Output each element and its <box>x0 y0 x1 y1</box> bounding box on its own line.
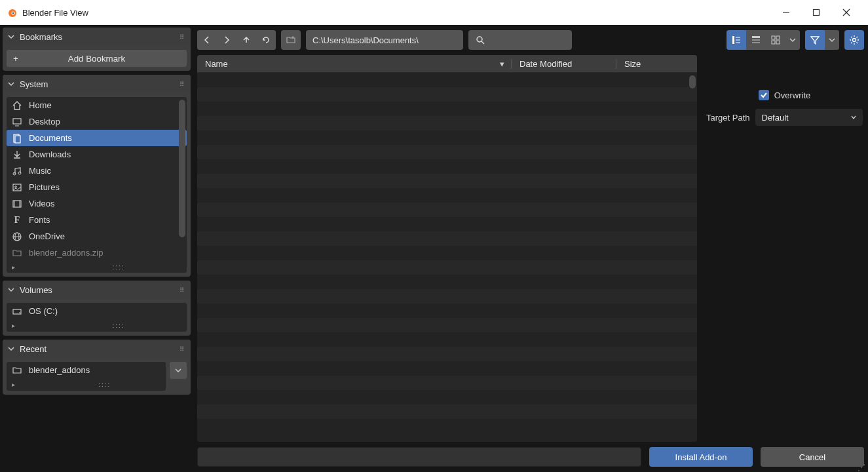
list-item-label: Documents <box>29 133 72 143</box>
file-list-header: Name ▾ Date Modified Size <box>197 55 697 73</box>
nav-up-button[interactable] <box>236 30 256 50</box>
sidebar-item-videos[interactable]: Videos <box>7 195 187 212</box>
new-folder-button[interactable] <box>281 30 301 50</box>
chevron-down-icon <box>8 81 14 87</box>
sidebar-item-music[interactable]: Music <box>7 163 187 179</box>
svg-point-22 <box>19 312 20 313</box>
expand-icon[interactable]: ▸ <box>12 264 15 271</box>
file-list-body[interactable] <box>197 73 697 442</box>
sidebar-item-documents[interactable]: Documents <box>7 130 187 146</box>
search-input[interactable] <box>468 30 572 50</box>
pictures-icon <box>12 182 22 193</box>
download-icon <box>12 149 22 160</box>
volumes-header[interactable]: Volumes ⠿ <box>3 281 191 299</box>
target-path-dropdown[interactable]: Default <box>755 109 863 126</box>
view-list-horizontal-button[interactable] <box>746 30 766 50</box>
file-list: Name ▾ Date Modified Size <box>197 55 697 442</box>
list-footer: ▸ :::: <box>7 261 187 273</box>
sidebar-item-desktop[interactable]: Desktop <box>7 113 187 130</box>
svg-line-26 <box>481 41 484 44</box>
nav-back-button[interactable] <box>197 30 217 50</box>
column-name-header[interactable]: Name ▾ <box>205 59 511 69</box>
cancel-button[interactable]: Cancel <box>761 447 864 467</box>
install-addon-button[interactable]: Install Add-on <box>649 447 753 467</box>
svg-rect-10 <box>15 136 20 143</box>
close-button[interactable] <box>831 0 861 25</box>
bookmarks-header[interactable]: Bookmarks ⠿ <box>3 28 191 46</box>
list-item-label: Desktop <box>29 117 60 127</box>
sidebar-item-downloads[interactable]: Downloads <box>7 146 187 163</box>
nav-forward-button[interactable] <box>217 30 236 50</box>
bookmarks-title: Bookmarks <box>20 32 179 42</box>
file-toolbar: C:\Users\tasolb\Documents\ <box>197 29 868 51</box>
filename-input[interactable] <box>197 447 641 467</box>
list-item-label: Downloads <box>29 149 71 159</box>
view-thumbnails-button[interactable] <box>766 30 785 50</box>
sidebar-item-addons-zip[interactable]: blender_addons.zip <box>7 245 187 261</box>
sidebar-item-home[interactable]: Home <box>7 97 187 113</box>
svg-point-14 <box>15 186 17 187</box>
list-item-label: Music <box>29 166 51 176</box>
list-item-label: Fonts <box>29 215 50 225</box>
display-options-dropdown[interactable] <box>785 30 800 50</box>
center-pane: C:\Users\tasolb\Documents\ Name <box>193 25 868 472</box>
globe-icon <box>12 231 22 242</box>
list-item-label: OS (C:) <box>29 306 58 316</box>
system-list: Home Desktop Documents Downloads <box>7 97 187 273</box>
system-header[interactable]: System ⠿ <box>3 75 191 93</box>
filter-dropdown[interactable] <box>825 30 839 50</box>
sidebar-item-pictures[interactable]: Pictures <box>7 179 187 195</box>
column-date-header[interactable]: Date Modified <box>511 59 616 69</box>
drive-icon <box>12 306 22 317</box>
window-title: Blender File View <box>22 8 771 18</box>
scrollbar[interactable] <box>689 75 696 88</box>
column-size-header[interactable]: Size <box>616 59 689 69</box>
filter-button[interactable] <box>805 30 825 50</box>
home-icon <box>12 100 22 111</box>
drag-grip-icon: ⠿ <box>179 345 185 353</box>
recent-panel: Recent ⠿ blender_addons ▸ :::: <box>3 340 191 395</box>
minimize-button[interactable] <box>771 0 801 25</box>
target-path-value: Default <box>762 113 789 123</box>
chevron-down-icon <box>8 286 14 293</box>
window-titlebar: Blender File View <box>0 0 868 25</box>
recent-title: Recent <box>20 344 179 354</box>
maximize-button[interactable] <box>801 0 831 25</box>
font-icon: F <box>12 215 22 226</box>
volumes-panel: Volumes ⠿ OS (C:) ▸ :::: <box>3 281 191 336</box>
recent-item-addons[interactable]: blender_addons <box>7 362 166 378</box>
plus-icon: + <box>13 54 18 64</box>
list-footer: ▸ :::: <box>7 378 166 390</box>
path-text: C:\Users\tasolb\Documents\ <box>312 35 419 45</box>
view-list-vertical-button[interactable] <box>726 30 746 50</box>
sidebar-item-onedrive[interactable]: OneDrive <box>7 228 187 245</box>
system-panel: System ⠿ Home Desktop Documents <box>3 75 191 277</box>
refresh-button[interactable] <box>256 30 276 50</box>
path-input[interactable]: C:\Users\tasolb\Documents\ <box>306 30 463 50</box>
recent-list: blender_addons ▸ :::: <box>7 362 166 391</box>
music-icon <box>12 166 22 176</box>
expand-icon[interactable]: ▸ <box>12 322 15 329</box>
drag-grip-icon: ⠿ <box>179 286 185 294</box>
svg-point-25 <box>477 37 482 42</box>
svg-point-38 <box>853 39 856 42</box>
drag-grip-icon: ⠿ <box>179 33 185 41</box>
recent-header[interactable]: Recent ⠿ <box>3 340 191 358</box>
overwrite-checkbox[interactable] <box>759 90 769 100</box>
svg-rect-35 <box>776 36 780 39</box>
chevron-down-icon <box>851 115 856 120</box>
add-bookmark-button[interactable]: + Add Bookmark <box>7 50 187 67</box>
volumes-title: Volumes <box>20 285 179 295</box>
settings-button[interactable] <box>844 30 864 50</box>
scrollbar[interactable] <box>179 100 185 237</box>
recent-options-button[interactable] <box>170 362 187 379</box>
list-footer: ▸ :::: <box>7 319 187 331</box>
resize-grip-icon[interactable]: :::: <box>98 381 111 388</box>
resize-grip-icon[interactable]: :::: <box>113 264 125 271</box>
resize-grip-icon[interactable]: :::: <box>113 322 125 329</box>
drag-grip-icon: ⠿ <box>179 81 185 88</box>
target-path-label: Target Path <box>706 113 750 123</box>
volume-item-c[interactable]: OS (C:) <box>7 303 187 319</box>
sidebar-item-fonts[interactable]: F Fonts <box>7 212 187 228</box>
expand-icon[interactable]: ▸ <box>12 381 15 388</box>
